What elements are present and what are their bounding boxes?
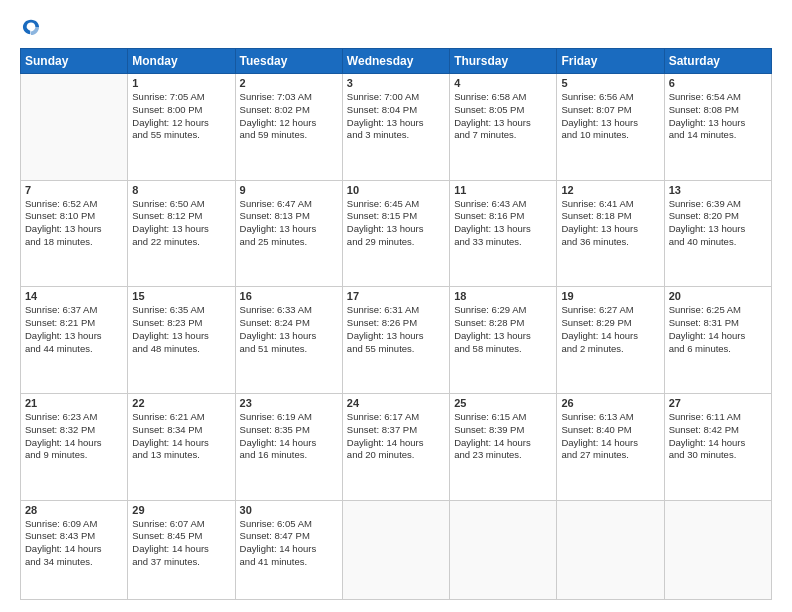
- day-info: Sunrise: 6:35 AM Sunset: 8:23 PM Dayligh…: [132, 304, 230, 355]
- calendar-cell: 5Sunrise: 6:56 AM Sunset: 8:07 PM Daylig…: [557, 74, 664, 181]
- calendar-week-row: 1Sunrise: 7:05 AM Sunset: 8:00 PM Daylig…: [21, 74, 772, 181]
- day-info: Sunrise: 6:27 AM Sunset: 8:29 PM Dayligh…: [561, 304, 659, 355]
- calendar-cell: [450, 500, 557, 599]
- calendar-cell: 17Sunrise: 6:31 AM Sunset: 8:26 PM Dayli…: [342, 287, 449, 394]
- day-info: Sunrise: 6:37 AM Sunset: 8:21 PM Dayligh…: [25, 304, 123, 355]
- weekday-header-row: SundayMondayTuesdayWednesdayThursdayFrid…: [21, 49, 772, 74]
- day-number: 20: [669, 290, 767, 302]
- day-info: Sunrise: 6:11 AM Sunset: 8:42 PM Dayligh…: [669, 411, 767, 462]
- weekday-header-wednesday: Wednesday: [342, 49, 449, 74]
- calendar-cell: 10Sunrise: 6:45 AM Sunset: 8:15 PM Dayli…: [342, 180, 449, 287]
- header: [20, 16, 772, 38]
- calendar-cell: 12Sunrise: 6:41 AM Sunset: 8:18 PM Dayli…: [557, 180, 664, 287]
- calendar-cell: 9Sunrise: 6:47 AM Sunset: 8:13 PM Daylig…: [235, 180, 342, 287]
- day-number: 14: [25, 290, 123, 302]
- calendar-cell: 14Sunrise: 6:37 AM Sunset: 8:21 PM Dayli…: [21, 287, 128, 394]
- day-number: 16: [240, 290, 338, 302]
- day-number: 9: [240, 184, 338, 196]
- day-number: 12: [561, 184, 659, 196]
- calendar-cell: 18Sunrise: 6:29 AM Sunset: 8:28 PM Dayli…: [450, 287, 557, 394]
- day-info: Sunrise: 6:56 AM Sunset: 8:07 PM Dayligh…: [561, 91, 659, 142]
- weekday-header-friday: Friday: [557, 49, 664, 74]
- day-number: 18: [454, 290, 552, 302]
- calendar-cell: 3Sunrise: 7:00 AM Sunset: 8:04 PM Daylig…: [342, 74, 449, 181]
- calendar-cell: 8Sunrise: 6:50 AM Sunset: 8:12 PM Daylig…: [128, 180, 235, 287]
- day-info: Sunrise: 6:33 AM Sunset: 8:24 PM Dayligh…: [240, 304, 338, 355]
- calendar-week-row: 14Sunrise: 6:37 AM Sunset: 8:21 PM Dayli…: [21, 287, 772, 394]
- calendar-cell: 13Sunrise: 6:39 AM Sunset: 8:20 PM Dayli…: [664, 180, 771, 287]
- calendar-cell: 22Sunrise: 6:21 AM Sunset: 8:34 PM Dayli…: [128, 393, 235, 500]
- day-number: 4: [454, 77, 552, 89]
- day-number: 3: [347, 77, 445, 89]
- day-info: Sunrise: 6:39 AM Sunset: 8:20 PM Dayligh…: [669, 198, 767, 249]
- calendar-cell: 4Sunrise: 6:58 AM Sunset: 8:05 PM Daylig…: [450, 74, 557, 181]
- calendar-cell: [342, 500, 449, 599]
- day-info: Sunrise: 6:31 AM Sunset: 8:26 PM Dayligh…: [347, 304, 445, 355]
- day-number: 15: [132, 290, 230, 302]
- logo-icon: [20, 16, 42, 38]
- calendar-cell: 2Sunrise: 7:03 AM Sunset: 8:02 PM Daylig…: [235, 74, 342, 181]
- weekday-header-tuesday: Tuesday: [235, 49, 342, 74]
- calendar-cell: 6Sunrise: 6:54 AM Sunset: 8:08 PM Daylig…: [664, 74, 771, 181]
- calendar-table: SundayMondayTuesdayWednesdayThursdayFrid…: [20, 48, 772, 600]
- day-info: Sunrise: 6:52 AM Sunset: 8:10 PM Dayligh…: [25, 198, 123, 249]
- calendar-cell: 19Sunrise: 6:27 AM Sunset: 8:29 PM Dayli…: [557, 287, 664, 394]
- day-info: Sunrise: 6:21 AM Sunset: 8:34 PM Dayligh…: [132, 411, 230, 462]
- day-number: 30: [240, 504, 338, 516]
- calendar-cell: 20Sunrise: 6:25 AM Sunset: 8:31 PM Dayli…: [664, 287, 771, 394]
- day-info: Sunrise: 6:50 AM Sunset: 8:12 PM Dayligh…: [132, 198, 230, 249]
- weekday-header-monday: Monday: [128, 49, 235, 74]
- calendar-cell: 27Sunrise: 6:11 AM Sunset: 8:42 PM Dayli…: [664, 393, 771, 500]
- logo: [20, 16, 46, 38]
- day-number: 2: [240, 77, 338, 89]
- day-info: Sunrise: 6:43 AM Sunset: 8:16 PM Dayligh…: [454, 198, 552, 249]
- weekday-header-saturday: Saturday: [664, 49, 771, 74]
- day-info: Sunrise: 6:09 AM Sunset: 8:43 PM Dayligh…: [25, 518, 123, 569]
- day-info: Sunrise: 6:47 AM Sunset: 8:13 PM Dayligh…: [240, 198, 338, 249]
- day-number: 27: [669, 397, 767, 409]
- day-info: Sunrise: 6:15 AM Sunset: 8:39 PM Dayligh…: [454, 411, 552, 462]
- day-info: Sunrise: 6:05 AM Sunset: 8:47 PM Dayligh…: [240, 518, 338, 569]
- day-info: Sunrise: 6:13 AM Sunset: 8:40 PM Dayligh…: [561, 411, 659, 462]
- page: SundayMondayTuesdayWednesdayThursdayFrid…: [0, 0, 792, 612]
- day-number: 28: [25, 504, 123, 516]
- day-number: 17: [347, 290, 445, 302]
- day-number: 29: [132, 504, 230, 516]
- calendar-cell: 24Sunrise: 6:17 AM Sunset: 8:37 PM Dayli…: [342, 393, 449, 500]
- weekday-header-sunday: Sunday: [21, 49, 128, 74]
- day-info: Sunrise: 6:54 AM Sunset: 8:08 PM Dayligh…: [669, 91, 767, 142]
- day-number: 5: [561, 77, 659, 89]
- day-number: 10: [347, 184, 445, 196]
- day-number: 25: [454, 397, 552, 409]
- day-number: 26: [561, 397, 659, 409]
- weekday-header-thursday: Thursday: [450, 49, 557, 74]
- day-number: 19: [561, 290, 659, 302]
- calendar-cell: 26Sunrise: 6:13 AM Sunset: 8:40 PM Dayli…: [557, 393, 664, 500]
- day-number: 13: [669, 184, 767, 196]
- day-info: Sunrise: 7:00 AM Sunset: 8:04 PM Dayligh…: [347, 91, 445, 142]
- calendar-cell: 7Sunrise: 6:52 AM Sunset: 8:10 PM Daylig…: [21, 180, 128, 287]
- day-info: Sunrise: 6:29 AM Sunset: 8:28 PM Dayligh…: [454, 304, 552, 355]
- calendar-week-row: 28Sunrise: 6:09 AM Sunset: 8:43 PM Dayli…: [21, 500, 772, 599]
- calendar-cell: [557, 500, 664, 599]
- day-number: 24: [347, 397, 445, 409]
- day-number: 23: [240, 397, 338, 409]
- day-info: Sunrise: 7:05 AM Sunset: 8:00 PM Dayligh…: [132, 91, 230, 142]
- calendar-cell: 16Sunrise: 6:33 AM Sunset: 8:24 PM Dayli…: [235, 287, 342, 394]
- day-info: Sunrise: 6:17 AM Sunset: 8:37 PM Dayligh…: [347, 411, 445, 462]
- calendar-cell: 1Sunrise: 7:05 AM Sunset: 8:00 PM Daylig…: [128, 74, 235, 181]
- day-info: Sunrise: 6:45 AM Sunset: 8:15 PM Dayligh…: [347, 198, 445, 249]
- day-number: 11: [454, 184, 552, 196]
- calendar-cell: 11Sunrise: 6:43 AM Sunset: 8:16 PM Dayli…: [450, 180, 557, 287]
- calendar-cell: 23Sunrise: 6:19 AM Sunset: 8:35 PM Dayli…: [235, 393, 342, 500]
- day-number: 7: [25, 184, 123, 196]
- calendar-cell: 30Sunrise: 6:05 AM Sunset: 8:47 PM Dayli…: [235, 500, 342, 599]
- day-number: 1: [132, 77, 230, 89]
- calendar-cell: 21Sunrise: 6:23 AM Sunset: 8:32 PM Dayli…: [21, 393, 128, 500]
- calendar-cell: 15Sunrise: 6:35 AM Sunset: 8:23 PM Dayli…: [128, 287, 235, 394]
- calendar-cell: [664, 500, 771, 599]
- day-info: Sunrise: 6:58 AM Sunset: 8:05 PM Dayligh…: [454, 91, 552, 142]
- calendar-week-row: 7Sunrise: 6:52 AM Sunset: 8:10 PM Daylig…: [21, 180, 772, 287]
- day-number: 8: [132, 184, 230, 196]
- day-info: Sunrise: 6:07 AM Sunset: 8:45 PM Dayligh…: [132, 518, 230, 569]
